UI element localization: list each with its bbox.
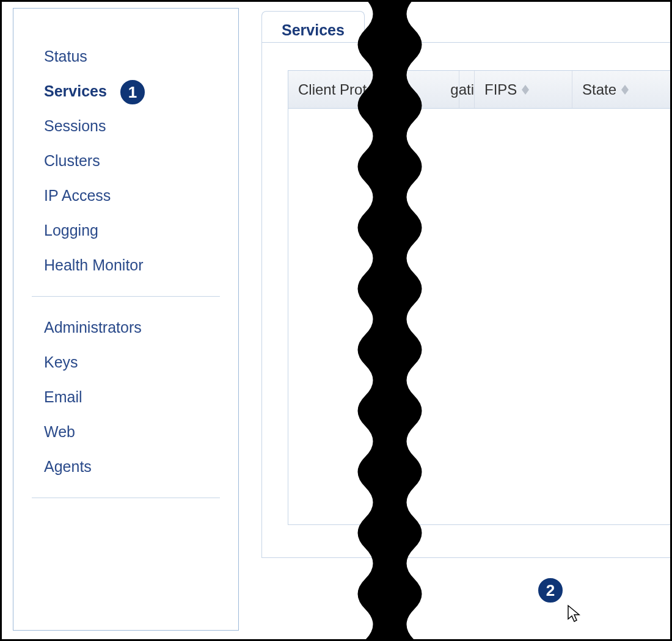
sidebar-item-web[interactable]: Web — [13, 415, 238, 449]
column-label: gati — [450, 81, 474, 98]
column-label: State — [582, 81, 616, 98]
svg-marker-1 — [522, 90, 529, 95]
sidebar-item-sessions[interactable]: Sessions — [13, 109, 238, 143]
column-partial[interactable]: gati — [459, 71, 475, 108]
column-fips[interactable]: FIPS — [475, 71, 572, 108]
column-client-protocol[interactable]: Client Protoc — [288, 71, 459, 108]
sort-icon — [522, 85, 529, 95]
services-table: Client Protoc gati FIPS State — [288, 70, 672, 525]
column-state[interactable]: State — [572, 71, 672, 108]
svg-marker-3 — [621, 90, 629, 95]
callout-badge-1: 1 — [119, 79, 146, 106]
content-area: Services Client Protoc gati FIPS — [252, 2, 670, 639]
table-body-empty — [288, 109, 672, 524]
sidebar-item-administrators[interactable]: Administrators — [13, 310, 238, 345]
tab-panel: Client Protoc gati FIPS State — [261, 42, 672, 558]
sort-icon — [621, 85, 629, 95]
sidebar-item-email[interactable]: Email — [13, 380, 238, 415]
sidebar-item-clusters[interactable]: Clusters — [13, 143, 238, 178]
column-label: Client Protoc — [298, 81, 382, 98]
sidebar-item-agents[interactable]: Agents — [13, 449, 238, 484]
table-header-row: Client Protoc gati FIPS State — [288, 71, 672, 109]
sidebar-item-keys[interactable]: Keys — [13, 345, 238, 380]
svg-marker-2 — [621, 85, 629, 90]
column-label: FIPS — [484, 81, 517, 98]
callout-badge-2: 2 — [537, 577, 564, 604]
svg-marker-0 — [522, 85, 529, 90]
sidebar-item-status[interactable]: Status — [13, 39, 238, 74]
sidebar-item-ip-access[interactable]: IP Access — [13, 178, 238, 213]
sidebar-divider — [32, 296, 220, 297]
button-bar: Add E — [261, 570, 670, 628]
sidebar-item-logging[interactable]: Logging — [13, 213, 238, 248]
sidebar-divider — [32, 498, 220, 498]
sidebar-item-health-monitor[interactable]: Health Monitor — [13, 248, 238, 283]
